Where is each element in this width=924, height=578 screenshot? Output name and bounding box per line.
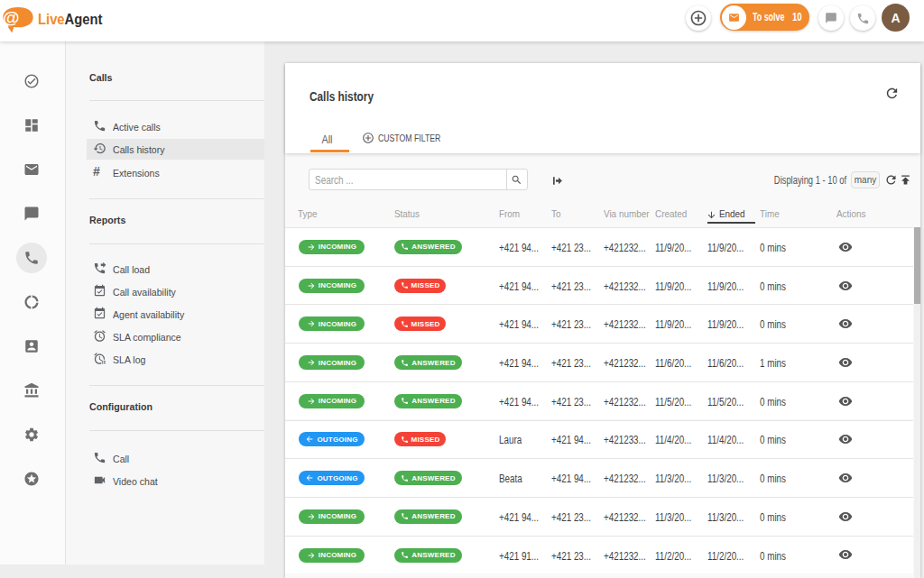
svg-text:@: @ [3, 8, 20, 27]
